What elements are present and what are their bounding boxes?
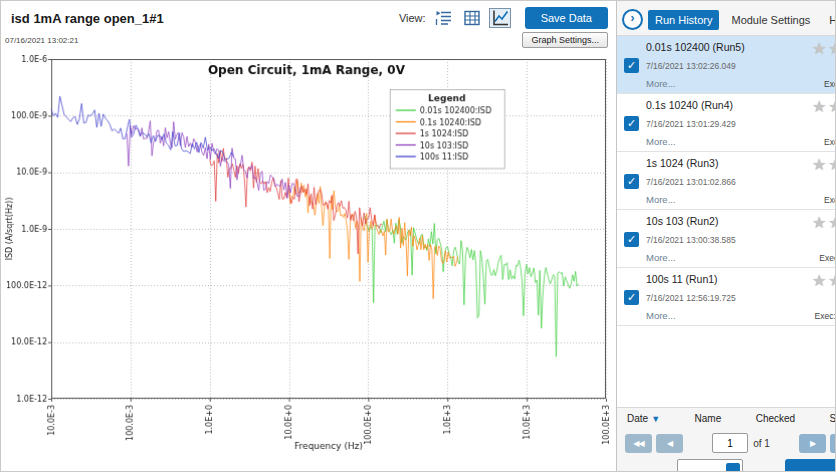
tab-module-settings[interactable]: Module Settings — [724, 10, 817, 30]
run-item[interactable]: ✓ 0.1s 10240 (Run4) 7/16/2021 13:01:29.4… — [617, 94, 836, 152]
checkmark-icon: ✓ — [627, 291, 636, 303]
star-rating[interactable]: ★★★ — [812, 215, 836, 231]
first-page-button[interactable]: ◀◀ — [625, 434, 652, 453]
calendar-icon[interactable] — [726, 463, 740, 471]
chart-header: isd 1mA range open_1#1 View: Save Data — [1, 1, 616, 29]
run-info: 0.1s 10240 (Run4) 7/16/2021 13:01:29.429… — [646, 99, 805, 147]
run-name: 0.01s 102400 (Run5) — [646, 41, 805, 53]
date-filter-input[interactable] — [677, 459, 743, 471]
collapse-panel-button[interactable]: › — [622, 9, 643, 30]
star-icon[interactable]: ★ — [828, 41, 836, 57]
run-exec-time: Exec: 6 s — [824, 195, 836, 205]
run-timestamp: 7/16/2021 13:02:26.049 — [646, 61, 805, 71]
pagination-forward-group: ▶ ▶▶ — [799, 434, 836, 453]
pagination: ◀◀ ◀ of 1 ▶ ▶▶ — [617, 428, 836, 459]
run-item[interactable]: ✓ 0.01s 102400 (Run5) 7/16/2021 13:02:26… — [617, 36, 836, 94]
graph-settings-button[interactable]: Graph Settings... — [522, 32, 608, 48]
previous-page-button[interactable]: ◀ — [656, 434, 683, 453]
save-data-button[interactable]: Save Data — [525, 7, 608, 29]
page-indicator: of 1 — [712, 433, 770, 453]
run-item[interactable]: ✓ 1s 1024 (Run3) 7/16/2021 13:01:02.866 … — [617, 152, 836, 210]
run-checkbox[interactable]: ✓ — [624, 174, 639, 189]
test-title: isd 1mA range open_1#1 — [11, 11, 399, 26]
star-icon[interactable]: ★ — [812, 99, 826, 115]
run-more-link[interactable]: More... — [646, 78, 805, 89]
pagination-back-group: ◀◀ ◀ — [625, 434, 683, 453]
run-more-link[interactable]: More... — [646, 310, 805, 321]
next-page-button[interactable]: ▶ — [799, 434, 826, 453]
run-checkbox[interactable]: ✓ — [624, 58, 639, 73]
star-icon[interactable]: ★ — [828, 215, 836, 231]
run-name: 10s 103 (Run2) — [646, 215, 805, 227]
tab-help[interactable]: Help — [822, 10, 836, 30]
star-icon[interactable]: ★ — [828, 99, 836, 115]
checkmark-icon: ✓ — [627, 175, 636, 187]
run-name: 1s 1024 (Run3) — [646, 157, 805, 169]
star-icon[interactable]: ★ — [828, 273, 836, 289]
view-graph-icon[interactable] — [489, 8, 511, 28]
star-icon[interactable]: ★ — [828, 157, 836, 173]
chevron-right-icon: › — [631, 11, 635, 25]
run-meta: ★★★ Exec: 105 s — [812, 273, 836, 321]
run-more-link[interactable]: More... — [646, 194, 805, 205]
run-name: 100s 11 (Run1) — [646, 273, 805, 285]
run-checkbox[interactable]: ✓ — [624, 232, 639, 247]
run-history-pane: › Run History Module Settings Help ✓ 0.0… — [617, 1, 836, 471]
sort-desc-icon: ▼ — [651, 414, 660, 424]
noise-spectrum-chart[interactable] — [3, 51, 616, 457]
run-info: 10s 103 (Run2) 7/16/2021 13:00:38.585 Mo… — [646, 215, 805, 263]
run-meta: ★★★ Exec: 15 s — [812, 215, 836, 263]
run-name: 0.1s 10240 (Run4) — [646, 99, 805, 111]
star-rating[interactable]: ★★★ — [812, 41, 836, 57]
sort-by-stars[interactable]: Stars — [830, 413, 836, 424]
run-exec-time: Exec: 105 s — [815, 311, 836, 321]
run-meta: ★★★ Exec: 6 s — [812, 157, 836, 205]
run-timestamp: 7/16/2021 13:01:29.429 — [646, 119, 805, 129]
run-item[interactable]: ✓ 10s 103 (Run2) 7/16/2021 13:00:38.585 … — [617, 210, 836, 268]
run-more-link[interactable]: More... — [646, 252, 805, 263]
view-table-icon[interactable] — [461, 8, 483, 28]
chart-subheader: 07/16/2021 13:02:21 Graph Settings... — [1, 29, 616, 49]
application-window: isd 1mA range open_1#1 View: Save Data 0… — [0, 0, 836, 472]
run-info: 0.01s 102400 (Run5) 7/16/2021 13:02:26.0… — [646, 41, 805, 89]
checkmark-icon: ✓ — [627, 233, 636, 245]
run-start-timestamp: 07/16/2021 13:02:21 — [5, 36, 78, 45]
view-report-icon[interactable] — [433, 8, 455, 28]
run-meta: ★★★ Exec: 4 s — [812, 41, 836, 89]
page-number-input[interactable] — [712, 433, 748, 453]
run-info: 1s 1024 (Run3) 7/16/2021 13:01:02.866 Mo… — [646, 157, 805, 205]
star-rating[interactable]: ★★★ — [812, 273, 836, 289]
last-page-button[interactable]: ▶▶ — [830, 434, 836, 453]
sort-by-name[interactable]: Name — [695, 413, 722, 424]
star-rating[interactable]: ★★★ — [812, 99, 836, 115]
page-count-label: of 1 — [753, 438, 770, 449]
run-checkbox[interactable]: ✓ — [624, 116, 639, 131]
star-rating[interactable]: ★★★ — [812, 157, 836, 173]
star-icon[interactable]: ★ — [812, 157, 826, 173]
star-icon[interactable]: ★ — [812, 273, 826, 289]
run-list: ✓ 0.01s 102400 (Run5) 7/16/2021 13:02:26… — [617, 35, 836, 407]
star-icon[interactable]: ★ — [812, 41, 826, 57]
sort-header: Date▼ Name Checked Stars — [617, 407, 836, 428]
run-timestamp: 7/16/2021 12:56:19.725 — [646, 293, 805, 303]
run-meta: ★★★ Exec: 5 s — [812, 99, 836, 147]
filter-row-clipped — [617, 459, 836, 471]
checkmark-icon: ✓ — [627, 117, 636, 129]
star-icon[interactable]: ★ — [812, 215, 826, 231]
sort-by-checked[interactable]: Checked — [756, 413, 795, 424]
view-switcher — [433, 8, 511, 28]
run-exec-time: Exec: 5 s — [824, 137, 836, 147]
run-item[interactable]: ✓ 100s 11 (Run1) 7/16/2021 12:56:19.725 … — [617, 268, 836, 326]
run-info: 100s 11 (Run1) 7/16/2021 12:56:19.725 Mo… — [646, 273, 805, 321]
view-label: View: — [399, 12, 426, 24]
run-exec-time: Exec: 15 s — [819, 253, 836, 263]
run-timestamp: 7/16/2021 13:01:02.866 — [646, 177, 805, 187]
filter-apply-button[interactable] — [785, 459, 836, 471]
run-more-link[interactable]: More... — [646, 136, 805, 147]
run-checkbox[interactable]: ✓ — [624, 290, 639, 305]
sort-by-date[interactable]: Date▼ — [627, 413, 660, 424]
run-exec-time: Exec: 4 s — [824, 79, 836, 89]
checkmark-icon: ✓ — [627, 59, 636, 71]
tab-run-history[interactable]: Run History — [648, 10, 719, 30]
run-timestamp: 7/16/2021 13:00:38.585 — [646, 235, 805, 245]
